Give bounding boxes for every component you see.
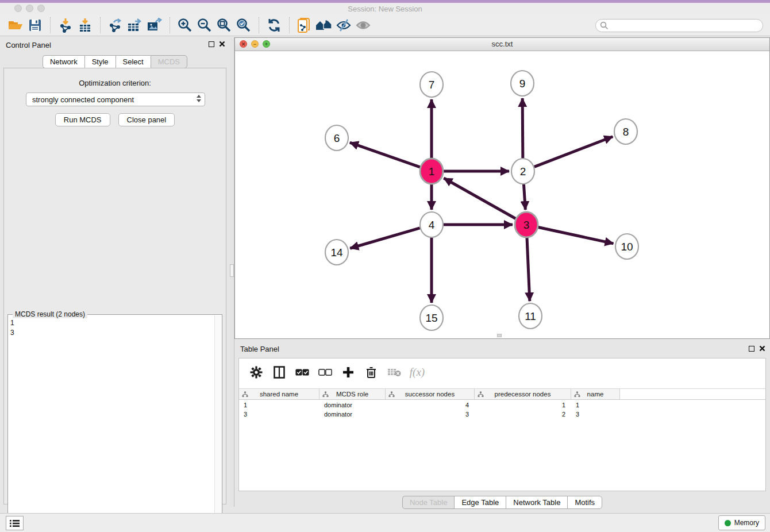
graph-edge-3-1[interactable] — [444, 178, 515, 218]
table-cell[interactable]: dominator — [319, 410, 386, 419]
float-panel-icon[interactable] — [209, 41, 214, 47]
show-panel-button[interactable] — [353, 17, 373, 34]
graph-node-10[interactable]: 10 — [615, 234, 638, 259]
panel-splitter[interactable] — [230, 37, 234, 507]
list-icon — [10, 519, 20, 527]
graph-node-15[interactable]: 15 — [420, 305, 443, 330]
svg-text:3: 3 — [523, 219, 530, 231]
import-network-button[interactable] — [56, 17, 75, 34]
column-header-successor-nodes[interactable]: successor nodes — [386, 389, 475, 399]
create-column-button[interactable] — [341, 365, 355, 379]
result-scrollbar[interactable] — [214, 315, 221, 530]
memory-button[interactable]: Memory — [718, 515, 765, 530]
graph-node-8[interactable]: 8 — [614, 119, 637, 144]
export-image-button[interactable] — [145, 17, 164, 34]
network-canvas[interactable]: 7968124314101511 — [235, 51, 769, 338]
eye-slash-icon — [336, 18, 352, 32]
graph-edge-2-9[interactable] — [522, 98, 523, 158]
graph-node-6[interactable]: 6 — [325, 125, 348, 151]
graph-node-11[interactable]: 11 — [519, 303, 542, 329]
graph-node-14[interactable]: 14 — [325, 240, 348, 265]
run-mcds-button[interactable]: Run MCDS — [55, 113, 110, 126]
tab-network-table[interactable]: Network Table — [506, 496, 567, 509]
optimization-criterion-label: Optimization criterion: — [4, 79, 226, 87]
home-session-button[interactable] — [314, 17, 334, 34]
import-network-icon — [58, 18, 73, 33]
zoom-in-button[interactable] — [175, 17, 195, 34]
table-options-button[interactable] — [249, 365, 263, 379]
graph-node-9[interactable]: 9 — [511, 71, 534, 96]
delete-table-button[interactable] — [387, 365, 401, 379]
graph-node-1[interactable]: 1 — [420, 159, 443, 184]
column-header-name[interactable]: name — [571, 389, 620, 399]
graph-node-4[interactable]: 4 — [420, 212, 443, 237]
export-network-button[interactable] — [106, 17, 125, 34]
tab-edge-table[interactable]: Edge Table — [454, 496, 506, 509]
splitter-handle[interactable] — [230, 264, 234, 277]
window-title: Session: New Session — [0, 5, 770, 13]
hierarchy-icon — [574, 391, 580, 398]
close-panel-button[interactable]: Close panel — [118, 113, 175, 126]
show-column-button[interactable] — [272, 365, 286, 379]
network-overview-button[interactable] — [295, 17, 314, 34]
hide-panel-button[interactable] — [334, 17, 353, 34]
tab-style[interactable]: Style — [84, 55, 116, 68]
select-all-columns-button[interactable] — [295, 365, 309, 379]
tab-node-table[interactable]: Node Table — [402, 496, 455, 509]
table-cell[interactable]: 3 — [386, 410, 475, 419]
tab-select[interactable]: Select — [116, 55, 151, 68]
search-input[interactable] — [595, 19, 763, 32]
column-header-predecessor-nodes[interactable]: predecessor nodes — [475, 389, 571, 399]
mcds-result-list[interactable]: 13 — [10, 318, 213, 529]
column-header-shared-name[interactable]: shared name — [239, 389, 319, 399]
save-session-button[interactable] — [25, 17, 45, 34]
close-panel-icon[interactable] — [759, 345, 765, 352]
table-cell[interactable]: 2 — [475, 410, 571, 419]
import-table-button[interactable] — [75, 17, 95, 34]
network-window-titlebar[interactable]: ✕ − + scc.txt — [235, 38, 769, 51]
table-cell[interactable]: 1 — [239, 400, 319, 410]
export-table-button[interactable] — [125, 17, 145, 34]
table-cell[interactable]: 3 — [571, 410, 620, 419]
zoom-selected-button[interactable] — [234, 17, 253, 34]
open-session-button[interactable] — [6, 17, 25, 34]
float-panel-icon[interactable] — [749, 346, 754, 352]
graph-node-3[interactable]: 3 — [515, 212, 538, 237]
task-history-button[interactable] — [6, 516, 24, 530]
tab-network[interactable]: Network — [43, 55, 84, 68]
open-folder-icon — [8, 19, 23, 32]
tab-motifs[interactable]: Motifs — [567, 496, 602, 509]
table-cell[interactable]: dominator — [319, 400, 386, 410]
network-view-window: ✕ − + scc.txt 7968124314101511 — [234, 37, 770, 339]
graph-edge-1-6[interactable] — [350, 142, 420, 167]
window-titlebar[interactable]: Session: New Session — [0, 3, 770, 15]
table-cell[interactable]: 1 — [571, 400, 620, 410]
criterion-select[interactable]: strongly connected component — [26, 92, 205, 106]
table-row[interactable]: 3dominator323 — [239, 410, 765, 419]
zoom-out-button[interactable] — [195, 17, 214, 34]
graph-node-7[interactable]: 7 — [420, 72, 443, 97]
graph-edge-2-3[interactable] — [523, 184, 525, 210]
tab-mcds[interactable]: MCDS — [151, 55, 187, 68]
network-resize-handle[interactable] — [497, 334, 502, 337]
graph-edge-4-14[interactable] — [350, 228, 420, 248]
table-tabs: Node TableEdge TableNetwork TableMotifs — [234, 496, 770, 509]
graph-edge-3-11[interactable] — [527, 238, 530, 301]
table-cell[interactable]: 3 — [239, 410, 319, 419]
close-panel-icon[interactable] — [219, 41, 225, 47]
deselect-all-columns-button[interactable] — [318, 365, 332, 379]
apply-layout-button[interactable] — [264, 17, 284, 34]
graph-edge-2-8[interactable] — [534, 137, 613, 167]
table-cell[interactable]: 1 — [475, 400, 571, 410]
graph-edge-3-10[interactable] — [538, 227, 614, 243]
table-row[interactable]: 1dominator411 — [239, 400, 765, 410]
eye-icon — [356, 18, 371, 32]
zoom-out-icon — [197, 18, 212, 33]
graph-node-2[interactable]: 2 — [511, 159, 534, 184]
svg-text:14: 14 — [330, 246, 343, 259]
zoom-fit-button[interactable] — [214, 17, 234, 34]
delete-column-button[interactable] — [364, 365, 378, 379]
table-cell[interactable]: 4 — [386, 400, 475, 410]
function-builder-button[interactable]: f(x) — [410, 365, 424, 379]
column-header-MCDS-role[interactable]: MCDS role — [319, 389, 386, 399]
